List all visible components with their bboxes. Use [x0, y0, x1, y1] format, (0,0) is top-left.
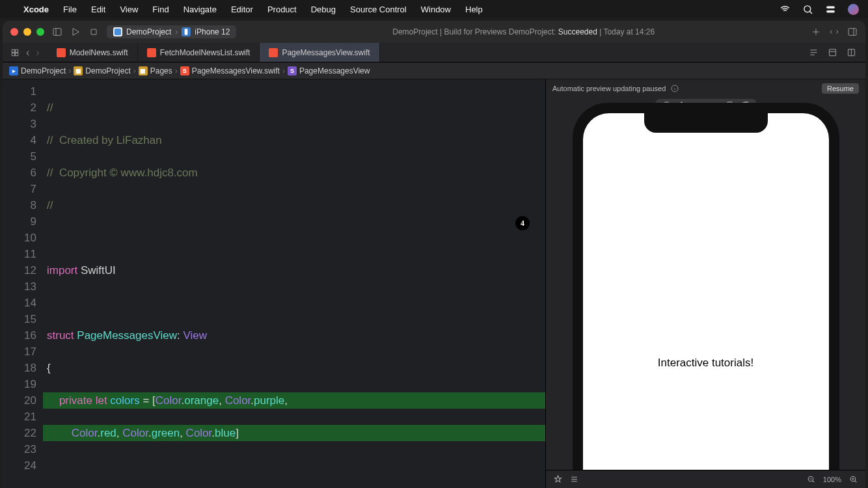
scheme-device-label: iPhone 12: [195, 27, 230, 36]
iphone-frame: Interactive tutorials!: [573, 103, 839, 470]
resume-button[interactable]: Resume: [822, 83, 859, 94]
tab-label: ModelNews.swift: [70, 48, 128, 57]
folder-icon: ▦: [74, 66, 83, 75]
add-tab-icon[interactable]: [811, 27, 821, 37]
swift-file-icon: [269, 48, 278, 57]
menu-debug[interactable]: Debug: [311, 5, 336, 14]
change-count-badge: 4: [515, 216, 530, 230]
svg-rect-9: [848, 29, 856, 36]
menu-find[interactable]: Find: [152, 5, 169, 14]
zoom-out-icon[interactable]: [807, 475, 815, 483]
menu-navigate[interactable]: Navigate: [183, 5, 217, 14]
inspector-toggle-icon[interactable]: [847, 27, 858, 37]
menu-window[interactable]: Window: [421, 5, 451, 14]
svg-rect-17: [830, 49, 836, 56]
project-icon: ▸: [9, 66, 18, 75]
run-button-icon[interactable]: [70, 27, 81, 37]
svg-rect-14: [57, 48, 66, 57]
macos-menubar: Xcode File Edit View Find Navigate Edito…: [0, 0, 868, 18]
nav-forward-button[interactable]: ›: [36, 47, 39, 59]
tab-label: FetchModelNewsList.swift: [160, 48, 251, 57]
line-gutter: 123456789101112131415161718192021222324: [3, 79, 43, 488]
nav-back-button[interactable]: ‹: [26, 47, 29, 59]
siri-icon[interactable]: [848, 4, 859, 15]
breadcrumb-item[interactable]: DemoProject: [85, 66, 130, 75]
minimap-icon[interactable]: [809, 47, 819, 57]
canvas-preview: Automatic preview updating paused Resume…: [545, 79, 865, 488]
scheme-selector[interactable]: DemoProject › iPhone 12: [107, 25, 236, 38]
device-icon: [182, 27, 191, 36]
folder-icon: ▦: [139, 66, 148, 75]
breadcrumb[interactable]: ▸ DemoProject› ▦ DemoProject› ▦ Pages› S…: [3, 62, 865, 79]
xcode-toolbar: DemoProject › iPhone 12 DemoProject | Bu…: [3, 21, 865, 43]
app-menu[interactable]: Xcode: [23, 5, 49, 14]
svg-rect-2: [826, 10, 835, 12]
svg-rect-15: [147, 48, 156, 57]
svg-rect-12: [12, 53, 14, 55]
svg-rect-10: [12, 49, 14, 52]
close-window-button[interactable]: [10, 28, 18, 36]
stop-button-icon[interactable]: [88, 27, 99, 37]
info-icon[interactable]: [671, 85, 679, 92]
svg-rect-3: [53, 29, 61, 36]
zoom-window-button[interactable]: [36, 28, 44, 36]
menu-editor[interactable]: Editor: [231, 5, 253, 14]
tab-label: PageMessagesView.swift: [282, 48, 370, 57]
pin-icon[interactable]: [554, 475, 562, 483]
preview-status-label: Automatic preview updating paused: [552, 85, 666, 92]
window-controls: [10, 28, 44, 36]
swift-file-icon: [147, 48, 156, 57]
svg-rect-11: [16, 49, 18, 52]
build-status: DemoProject | Build for Previews DemoPro…: [244, 27, 803, 36]
tab-modelnews[interactable]: ModelNews.swift: [47, 43, 138, 62]
control-center-icon[interactable]: [825, 4, 836, 15]
code-area[interactable]: // // Created by LiFazhan // Copyright ©…: [43, 79, 545, 488]
menu-source-control[interactable]: Source Control: [350, 5, 407, 14]
breadcrumb-item[interactable]: PageMessagesView: [299, 66, 370, 75]
menu-edit[interactable]: Edit: [91, 5, 105, 14]
navigator-toggle-icon[interactable]: [52, 27, 62, 37]
related-items-icon[interactable]: [10, 48, 20, 57]
preview-list-icon[interactable]: [570, 475, 578, 483]
add-editor-icon[interactable]: [847, 47, 856, 57]
xcode-window: DemoProject › iPhone 12 DemoProject | Bu…: [3, 21, 865, 488]
menu-product[interactable]: Product: [267, 5, 297, 14]
device-canvas[interactable]: Preview Interactive tutorials!: [546, 98, 865, 470]
struct-icon: S: [288, 66, 297, 75]
breadcrumb-item[interactable]: PageMessagesView.swift: [192, 66, 280, 75]
code-review-icon[interactable]: [829, 27, 839, 37]
svg-rect-6: [115, 29, 122, 36]
app-target-icon: [113, 27, 122, 36]
source-editor[interactable]: 123456789101112131415161718192021222324 …: [3, 79, 545, 488]
svg-rect-16: [269, 48, 278, 57]
svg-rect-13: [16, 53, 18, 55]
menu-file[interactable]: File: [63, 5, 77, 14]
preview-header: Automatic preview updating paused Resume: [546, 79, 865, 98]
tab-fetchmodelnewslist[interactable]: FetchModelNewsList.swift: [138, 43, 260, 62]
preview-content-text: Interactive tutorials!: [583, 113, 829, 470]
search-icon[interactable]: [802, 4, 813, 15]
iphone-screen: Interactive tutorials!: [583, 113, 829, 470]
menu-help[interactable]: Help: [465, 5, 483, 14]
wifi-icon[interactable]: [780, 4, 791, 15]
svg-rect-8: [185, 29, 188, 34]
minimize-window-button[interactable]: [23, 28, 31, 36]
main-split: 123456789101112131415161718192021222324 …: [3, 79, 865, 488]
svg-rect-1: [826, 6, 835, 8]
menu-view[interactable]: View: [120, 5, 138, 14]
swift-file-icon: S: [180, 66, 189, 75]
swift-file-icon: [57, 48, 66, 57]
zoom-in-icon[interactable]: [849, 475, 858, 483]
zoom-level[interactable]: 100%: [823, 476, 841, 483]
tab-pagemessagesview[interactable]: PageMessagesView.swift: [260, 43, 379, 62]
scheme-project-label: DemoProject: [126, 27, 171, 36]
breadcrumb-item[interactable]: DemoProject: [21, 66, 66, 75]
svg-rect-4: [91, 29, 96, 34]
adjust-editor-icon[interactable]: [828, 47, 837, 57]
preview-footer: 100%: [546, 470, 865, 488]
breadcrumb-item[interactable]: Pages: [150, 66, 172, 75]
editor-tabbar: ‹ › ModelNews.swift FetchModelNewsList.s…: [3, 43, 865, 62]
svg-point-0: [804, 5, 811, 12]
